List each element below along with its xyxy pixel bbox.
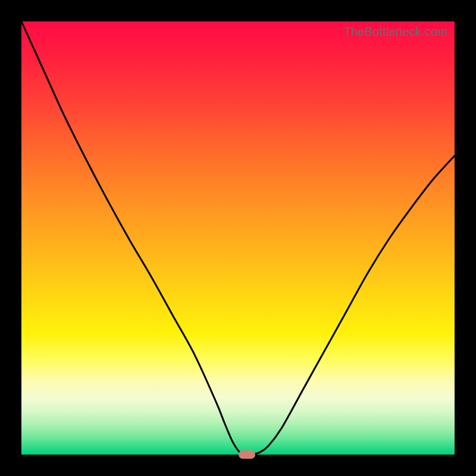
optimal-marker [239,450,255,459]
plot-area: TheBottleneck.com [21,21,455,455]
chart-frame: TheBottleneck.com [0,0,476,476]
bottleneck-curve [21,21,455,455]
